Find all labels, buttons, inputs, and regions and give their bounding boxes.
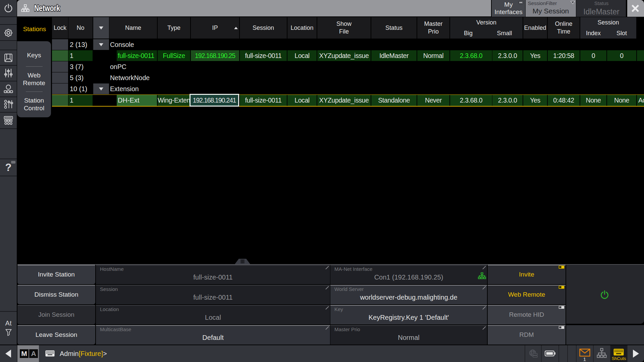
svg-text:Network: Network: [34, 3, 60, 13]
